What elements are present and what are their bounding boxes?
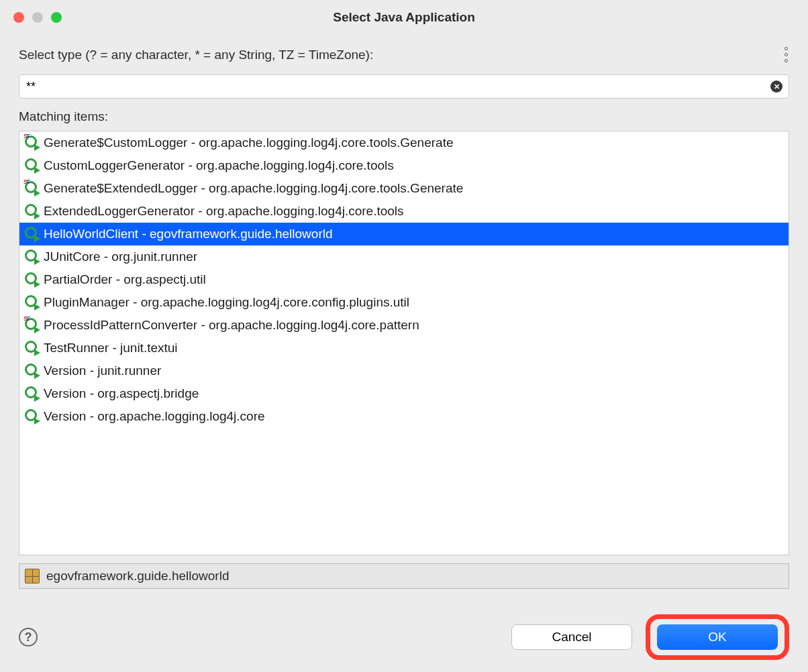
status-bar: egovframework.guide.helloworld [19, 563, 789, 589]
list-item[interactable]: SFProcessIdPatternConverter - org.apache… [19, 314, 789, 337]
titlebar: Select Java Application [0, 0, 808, 35]
view-menu-button[interactable] [785, 47, 789, 62]
java-class-static-icon: SF [25, 318, 40, 333]
java-class-icon [25, 295, 40, 310]
search-box [19, 74, 789, 99]
matching-items-label: Matching items: [19, 109, 789, 124]
matching-items-list[interactable]: SFGenerate$CustomLogger - org.apache.log… [19, 131, 789, 555]
list-item-label: PartialOrder - org.aspectj.util [44, 271, 206, 288]
java-class-icon [25, 386, 40, 401]
list-item[interactable]: TestRunner - junit.textui [19, 337, 789, 359]
list-item[interactable]: CustomLoggerGenerator - org.apache.loggi… [19, 154, 789, 177]
java-class-icon [25, 409, 40, 424]
cancel-button[interactable]: Cancel [511, 624, 632, 650]
package-icon [25, 569, 40, 583]
list-item-label: HelloWorldClient - egovframework.guide.h… [44, 225, 333, 243]
ok-button[interactable]: OK [657, 624, 778, 650]
list-item[interactable]: HelloWorldClient - egovframework.guide.h… [19, 223, 789, 245]
selected-package-label: egovframework.guide.helloworld [46, 569, 229, 583]
list-item-label: PluginManager - org.apache.logging.log4j… [44, 294, 409, 311]
list-item[interactable]: Version - junit.runner [19, 359, 789, 382]
close-window-button[interactable] [13, 12, 24, 23]
list-item-label: Generate$ExtendedLogger - org.apache.log… [44, 180, 463, 197]
help-button[interactable]: ? [19, 628, 38, 647]
list-item[interactable]: PartialOrder - org.aspectj.util [19, 268, 789, 291]
list-item[interactable]: Version - org.aspectj.bridge [19, 382, 789, 405]
java-class-icon [25, 204, 40, 219]
list-item-label: Version - org.apache.logging.log4j.core [44, 408, 265, 425]
list-item[interactable]: JUnitCore - org.junit.runner [19, 245, 789, 268]
dialog-footer: ? Cancel OK [19, 614, 789, 660]
java-class-static-icon: SF [25, 135, 40, 150]
list-item-label: TestRunner - junit.textui [44, 339, 178, 357]
list-item-label: ExtendedLoggerGenerator - org.apache.log… [44, 203, 404, 220]
java-class-icon [25, 249, 40, 264]
list-item[interactable]: SFGenerate$CustomLogger - org.apache.log… [19, 131, 789, 154]
java-class-icon [25, 363, 40, 378]
zoom-window-button[interactable] [51, 12, 62, 23]
java-class-icon [25, 158, 40, 173]
list-item-label: ProcessIdPatternConverter - org.apache.l… [44, 317, 419, 334]
java-class-icon [25, 227, 40, 241]
list-item[interactable]: Version - org.apache.logging.log4j.core [19, 405, 789, 428]
filter-input[interactable] [19, 74, 789, 99]
java-class-icon [25, 272, 40, 287]
list-item-label: Version - org.aspectj.bridge [44, 385, 199, 402]
list-item-label: JUnitCore - org.junit.runner [44, 248, 197, 266]
minimize-window-button[interactable] [32, 12, 43, 23]
ok-button-highlight: OK [646, 614, 789, 660]
filter-prompt-label: Select type (? = any character, * = any … [19, 48, 373, 62]
java-class-static-icon: SF [25, 181, 40, 196]
button-row: Cancel OK [511, 614, 789, 660]
list-item-label: Generate$CustomLogger - org.apache.loggi… [44, 134, 454, 152]
dialog-content: Select type (? = any character, * = any … [0, 35, 808, 672]
dialog-window: Select Java Application Select type (? =… [0, 0, 808, 672]
window-title: Select Java Application [333, 10, 475, 25]
clear-filter-icon[interactable] [770, 80, 782, 93]
list-item-label: CustomLoggerGenerator - org.apache.loggi… [44, 157, 394, 174]
list-item[interactable]: PluginManager - org.apache.logging.log4j… [19, 291, 789, 314]
list-item[interactable]: SFGenerate$ExtendedLogger - org.apache.l… [19, 177, 789, 200]
java-class-icon [25, 341, 40, 355]
list-item-label: Version - junit.runner [44, 362, 161, 380]
window-controls [13, 12, 62, 23]
list-item[interactable]: ExtendedLoggerGenerator - org.apache.log… [19, 200, 789, 223]
